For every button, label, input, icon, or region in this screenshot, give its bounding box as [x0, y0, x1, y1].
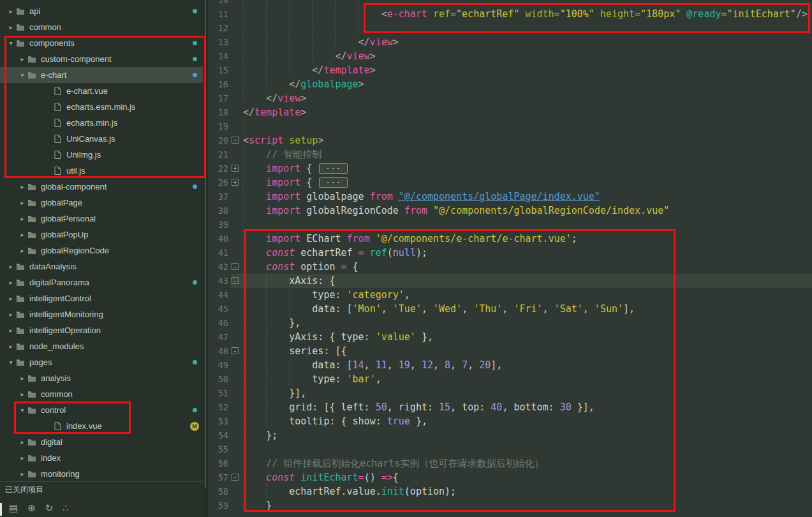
code-line-18[interactable]: 18</template>	[208, 105, 812, 119]
chevron-right-icon[interactable]: ▸	[6, 311, 15, 318]
code-line-20[interactable]: 20-<script setup>	[208, 133, 812, 147]
chevron-right-icon[interactable]: ▸	[18, 391, 27, 398]
share-icon[interactable]: ∴	[63, 503, 69, 513]
tree-item-unicanvas-js[interactable]: UniCanvas.js	[0, 131, 203, 147]
tree-item-index[interactable]: ▸index	[0, 450, 203, 466]
tree-item-uniimg-js[interactable]: UniImg.js	[0, 147, 203, 163]
chevron-down-icon[interactable]: ▾	[18, 407, 27, 414]
tree-item-components[interactable]: ▾components	[0, 35, 203, 51]
globe-icon[interactable]: ⊕	[27, 503, 36, 513]
code-line-46[interactable]: 46},	[208, 316, 812, 330]
chevron-right-icon[interactable]: ▸	[6, 343, 15, 350]
tree-item-common[interactable]: ▸common	[0, 19, 203, 35]
fold-collapse-icon[interactable]: -	[232, 277, 239, 284]
fold-collapse-icon[interactable]: -	[232, 347, 239, 354]
code-line-42[interactable]: 42-const option = {	[208, 260, 812, 274]
tree-item-index-vue[interactable]: index.vueM	[0, 418, 203, 434]
code-line-40[interactable]: 40import EChart from '@/components/e-cha…	[208, 232, 812, 246]
sidebar-scrollbar[interactable]	[203, 0, 208, 517]
fold-expand-icon[interactable]: +	[232, 165, 239, 172]
code-line-15[interactable]: 15</template>	[208, 63, 812, 77]
code-line-12[interactable]: 12	[208, 21, 812, 35]
code-line-49[interactable]: 49data: [14, 11, 19, 12, 8, 7, 20],	[208, 358, 812, 372]
tree-item-e-chart[interactable]: ▾e-chart	[0, 67, 203, 83]
tree-item-globalpopup[interactable]: ▸globalPopUp	[0, 227, 203, 243]
code-line-45[interactable]: 45data: ['Mon', 'Tue', 'Wed', 'Thu', 'Fr…	[208, 302, 812, 316]
code-line-14[interactable]: 14</view>	[208, 49, 812, 63]
chevron-right-icon[interactable]: ▸	[6, 263, 15, 270]
tree-item-globalpage[interactable]: ▸globalPage	[0, 195, 203, 211]
chevron-right-icon[interactable]: ▸	[18, 438, 27, 446]
closed-projects-bar[interactable]: 已关闭项目	[0, 481, 203, 498]
tree-item-node-modules[interactable]: ▸node_modules	[0, 338, 203, 354]
code-line-22[interactable]: 22+import { ···	[208, 161, 812, 176]
chevron-right-icon[interactable]: ▸	[18, 454, 27, 461]
code-line-59[interactable]: 59}	[208, 498, 812, 513]
code-line-11[interactable]: 11<e-chart ref="echartRef" width="100%" …	[208, 7, 812, 21]
code-line-51[interactable]: 51}],	[208, 386, 812, 400]
folded-code-placeholder[interactable]: ···	[319, 163, 348, 174]
tree-item-control[interactable]: ▾control	[0, 402, 203, 418]
chevron-down-icon[interactable]: ▾	[6, 359, 15, 366]
chevron-right-icon[interactable]: ▸	[6, 279, 15, 286]
code-line-48[interactable]: 48-series: [{	[208, 344, 812, 358]
code-line-19[interactable]: 19	[208, 119, 812, 133]
code-line-21[interactable]: 21// 智能控制	[208, 147, 812, 161]
folded-code-placeholder[interactable]: ···	[319, 177, 348, 188]
tree-item-digital[interactable]: ▸digital	[0, 434, 203, 450]
tree-item-e-chart-vue[interactable]: e-chart.vue	[0, 83, 203, 99]
fold-collapse-icon[interactable]: -	[232, 263, 239, 270]
code-line-16[interactable]: 16</globalpage>	[208, 77, 812, 91]
code-line-54[interactable]: 54};	[208, 428, 812, 442]
code-line-52[interactable]: 52grid: [{ left: 50, right: 15, top: 40,…	[208, 400, 812, 414]
chevron-right-icon[interactable]: ▸	[18, 375, 27, 382]
code-line-37[interactable]: 37import globalpage from "@/components/g…	[208, 190, 812, 204]
tree-item-intelligentoperation[interactable]: ▸intelligentOperation	[0, 322, 203, 338]
code-editor[interactable]: 1011<e-chart ref="echartRef" width="100%…	[208, 0, 812, 517]
tree-item-common[interactable]: ▸common	[0, 386, 203, 402]
tree-item-globalregioncode[interactable]: ▸globalRegionCode	[0, 243, 203, 258]
chevron-right-icon[interactable]: ▸	[18, 199, 27, 206]
code-line-17[interactable]: 17</view>	[208, 91, 812, 105]
chevron-right-icon[interactable]: ▸	[18, 215, 27, 222]
code-line-58[interactable]: 58echartRef.value.init(option);	[208, 484, 812, 498]
tree-item-monitoring[interactable]: ▸monitoring	[0, 466, 203, 482]
code-line-41[interactable]: 41const echartRef = ref(null);	[208, 246, 812, 260]
tree-item-digitalpanorama[interactable]: ▸digitalPanorama	[0, 274, 203, 290]
tree-item-api[interactable]: ▸api	[0, 3, 203, 19]
code-line-56[interactable]: 56// 组件挂载后初始化echarts实例（也可在请求数据后初始化）	[208, 456, 812, 470]
code-line-50[interactable]: 50type: 'bar',	[208, 372, 812, 386]
chevron-right-icon[interactable]: ▸	[18, 247, 27, 254]
tree-item-custom-component[interactable]: ▸custom-component	[0, 51, 203, 67]
console-icon[interactable]: ▤	[9, 503, 18, 513]
fold-expand-icon[interactable]: +	[232, 179, 239, 186]
tree-item-echarts-min-js[interactable]: echarts.min.js	[0, 115, 203, 131]
chevron-right-icon[interactable]: ▸	[6, 327, 15, 334]
tree-item-dataanalysis[interactable]: ▸dataAnalysis	[0, 258, 203, 274]
code-line-57[interactable]: 57-const initEchart=() =>{	[208, 470, 812, 484]
tree-item-util-js[interactable]: util.js	[0, 163, 203, 179]
tree-item-globalpersonal[interactable]: ▸globalPersonal	[0, 211, 203, 227]
chevron-right-icon[interactable]: ▸	[6, 8, 15, 15]
code-line-10[interactable]: 10	[208, 0, 812, 7]
code-line-13[interactable]: 13</view>	[208, 35, 812, 49]
tree-item-intelligentcontrol[interactable]: ▸intelligentControl	[0, 290, 203, 306]
fold-collapse-icon[interactable]: -	[232, 137, 239, 144]
code-line-39[interactable]: 39	[208, 218, 812, 232]
chevron-down-icon[interactable]: ▾	[6, 40, 15, 47]
chevron-right-icon[interactable]: ▸	[18, 183, 27, 190]
chevron-right-icon[interactable]: ▸	[6, 24, 15, 31]
sync-icon[interactable]: ↻	[45, 503, 54, 513]
chevron-down-icon[interactable]: ▾	[18, 71, 27, 79]
tree-item-intelligentmonitoring[interactable]: ▸intelligentMonitoring	[0, 306, 203, 322]
code-line-44[interactable]: 44type: 'category',	[208, 288, 812, 302]
chevron-right-icon[interactable]: ▸	[18, 470, 27, 477]
fold-collapse-icon[interactable]: -	[232, 474, 239, 481]
code-line-55[interactable]: 55	[208, 442, 812, 456]
chevron-right-icon[interactable]: ▸	[6, 295, 15, 302]
code-line-43[interactable]: 43-xAxis: {	[208, 274, 812, 288]
tree-item-echarts-esm-min-js[interactable]: echarts.esm.min.js	[0, 99, 203, 115]
code-line-26[interactable]: 26+import { ···	[208, 176, 812, 190]
sidebar-scrollbar-thumb[interactable]	[205, 0, 206, 488]
code-line-47[interactable]: 47yAxis: { type: 'value' },	[208, 330, 812, 344]
